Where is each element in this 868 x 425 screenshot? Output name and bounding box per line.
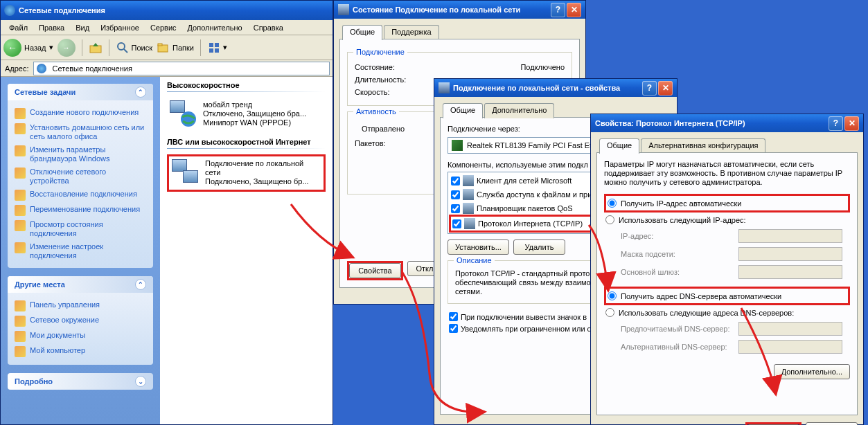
sent-label: Отправлено [362,125,405,133]
radio-ip-auto-input[interactable] [608,199,617,208]
place-link[interactable]: Мои документы [15,329,146,344]
radio-dns-auto-input[interactable] [608,291,617,300]
task-icon [15,145,26,156]
radio-ip-auto[interactable]: Получить IP-адрес автоматически [604,194,850,212]
menu-help[interactable]: Справка [248,22,289,33]
close-button[interactable]: ✕ [844,116,859,131]
help-button[interactable]: ? [642,81,657,96]
help-button[interactable]: ? [829,116,843,131]
dns2-field [738,340,842,354]
task-link[interactable]: Изменить параметры брандмауэра Windows [15,143,146,165]
tab-general[interactable]: Общие [443,103,483,118]
svg-rect-5 [209,43,213,47]
tab-alt-config[interactable]: Альтернативная конфигурация [641,138,765,154]
menu-advanced[interactable]: Дополнительно [182,22,248,33]
connection-status: Подключено, Защищено бр... [205,177,321,186]
task-link[interactable]: Установить домашнюю сеть или сеть малого… [15,121,146,143]
toolbar-separator [82,39,82,56]
connection-text: Подключение по локальной сети Подключено… [205,159,321,186]
advanced-button[interactable]: Дополнительно... [774,364,850,379]
dns2-label: Альтернативный DNS-сервер: [621,343,738,351]
tray-icon-label: При подключении вывести значок в [461,313,587,321]
radio-dns-auto[interactable]: Получить адрес DNS-сервера автоматически [604,287,850,305]
menu-view[interactable]: Вид [70,22,95,33]
back-button[interactable]: ← Назад ▾ [3,39,53,57]
help-button[interactable]: ? [551,3,565,17]
forward-button[interactable]: → [57,39,76,57]
category-label: ЛВС или высокоскоростной Интернет [160,134,333,148]
task-link[interactable]: Восстановление подключения [15,188,146,203]
search-button[interactable]: Поиск [116,41,152,55]
place-link[interactable]: Сетевое окружение [15,314,146,329]
status-titlebar: Состояние Подключение по локальной сети … [334,1,585,19]
task-icon [15,108,26,119]
close-button[interactable]: ✕ [567,3,581,17]
dropdown-icon: ▾ [223,43,227,52]
install-button[interactable]: Установить... [448,239,509,255]
folders-button[interactable]: Папки [157,41,194,55]
component-checkbox[interactable] [451,177,460,186]
tab-general[interactable]: Общие [599,138,639,154]
task-link[interactable]: Создание нового подключения [15,106,146,121]
component-checkbox[interactable] [451,190,460,199]
place-icon [15,331,26,342]
component-label: Служба доступа к файлам и при [477,190,592,199]
status-tabs: Общие Поддержка [339,24,580,39]
tab-support[interactable]: Поддержка [384,25,439,40]
up-button[interactable] [89,41,103,55]
tasks-header[interactable]: Сетевые задачи ⌃ [8,84,153,100]
views-button[interactable]: ▾ [207,41,227,55]
details-header[interactable]: Подробно ⌃ [8,373,153,390]
menu-favorites[interactable]: Избранное [95,22,145,33]
tcpip-tabs: Общие Альтернативная конфигурация [596,138,858,153]
group-description-label: Описание [454,256,495,264]
menu-file[interactable]: Файл [3,22,33,33]
expand-icon: ⌃ [135,376,146,387]
radio-ip-manual-input[interactable] [605,215,614,224]
close-button[interactable]: ✕ [658,81,673,96]
task-icon [15,190,26,201]
component-checkbox[interactable] [452,219,461,228]
folders-label: Папки [172,44,194,52]
radio-ip-manual[interactable]: Использовать следующий IP-адрес: [604,212,850,227]
connection-text: мобайл тренд Отключено, Защищено бра... … [203,100,306,127]
properties-button[interactable]: Свойства [349,263,401,278]
search-label: Поиск [132,44,152,52]
radio-dns-manual[interactable]: Использовать следующие адреса DNS-сервер… [604,305,850,320]
connection-item-lan[interactable]: Подключение по локальной сети Подключено… [167,154,326,192]
ip-address-label: IP-адрес: [621,232,738,240]
tab-general[interactable]: Общие [342,25,382,40]
subnet-mask-label: Маска подсети: [621,250,738,258]
component-checkbox[interactable] [451,204,460,213]
cancel-button[interactable]: Отмена [806,422,858,425]
connection-item-dialup[interactable]: мобайл тренд Отключено, Защищено бра... … [167,98,326,131]
task-link[interactable]: Изменение настроек подключения [15,240,146,262]
network-connections-icon [4,5,15,16]
place-link[interactable]: Панель управления [15,298,146,314]
state-value: Подключено [438,63,565,71]
radio-dns-auto-label: Получить адрес DNS-сервера автоматически [621,292,781,300]
places-header[interactable]: Другие места ⌃ [8,276,153,293]
task-link[interactable]: Просмотр состояния подключения [15,218,146,240]
search-icon [116,41,130,55]
task-icon [15,168,26,179]
address-field[interactable]: Сетевые подключения [33,62,330,75]
connection-icon [172,159,200,187]
menu-edit[interactable]: Правка [33,22,70,33]
connection-icon [170,100,197,128]
category-divider [167,91,326,92]
component-icon [463,203,474,214]
task-link[interactable]: Отключение сетевого устройства [15,165,146,188]
place-icon [15,316,26,327]
tcpip-dialog-title: Свойства: Протокол Интернета (TCP/IP) [595,119,745,127]
uninstall-button[interactable]: Удалить [513,239,565,255]
tray-icon-checkbox[interactable] [449,312,458,321]
tasks-title: Сетевые задачи [15,88,76,96]
warn-checkbox[interactable] [449,324,458,333]
tab-advanced[interactable]: Дополнительно [484,103,554,118]
task-link[interactable]: Переименование подключения [15,203,146,218]
task-label: Просмотр состояния подключения [30,220,146,238]
radio-dns-manual-input[interactable] [605,308,614,317]
menu-tools[interactable]: Сервис [145,22,182,33]
place-link[interactable]: Мой компьютер [15,344,146,359]
